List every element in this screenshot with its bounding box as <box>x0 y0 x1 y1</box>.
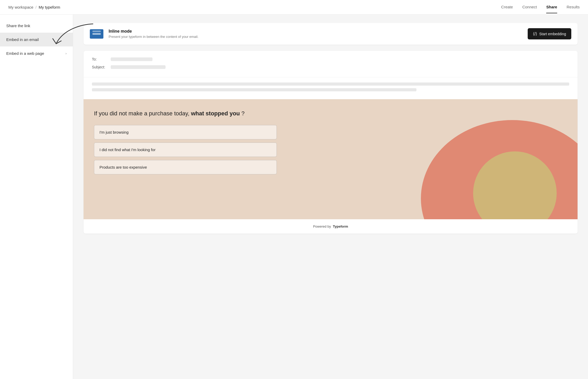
nav-create[interactable]: Create <box>501 5 513 10</box>
start-embedding-button[interactable]: ⟨/⟩ Start embedding <box>528 28 571 39</box>
nav-share[interactable]: Share <box>546 5 557 13</box>
breadcrumb-separator: / <box>36 5 37 9</box>
tf-option-3-label: Products are too expensive <box>99 165 147 169</box>
code-icon: ⟨/⟩ <box>533 31 537 36</box>
sidebar-item-share-link[interactable]: Share the link <box>0 19 73 33</box>
email-subject-label: Subject: <box>92 65 108 69</box>
email-body <box>84 77 578 99</box>
nav-connect[interactable]: Connect <box>522 5 537 10</box>
mode-icon-inner <box>92 33 101 35</box>
email-to-value <box>111 57 152 61</box>
typeform-preview: If you did not make a purchase today, wh… <box>84 99 578 219</box>
typeform-question: If you did not make a purchase today, wh… <box>94 110 251 118</box>
powered-brand: Typeform <box>333 224 348 228</box>
email-preview: To: Subject: If you did not make a purch <box>84 51 578 234</box>
breadcrumb: My workspace / My typeform <box>8 5 501 9</box>
email-subject-value <box>111 65 166 69</box>
tf-option-2[interactable]: I did not find what I'm looking for <box>94 143 277 157</box>
email-body-line-1 <box>92 82 569 86</box>
top-nav: My workspace / My typeform Create Connec… <box>0 0 588 15</box>
question-suffix: ? <box>242 110 245 117</box>
powered-by-bar: Powered by Typeform <box>84 219 578 234</box>
email-fields: To: Subject: <box>84 51 578 77</box>
mode-info: Inline mode Present your typeform in bet… <box>109 29 522 39</box>
nav-results[interactable]: Results <box>567 5 580 10</box>
question-bold: what stopped you <box>191 110 240 117</box>
mode-title: Inline mode <box>109 29 522 34</box>
sidebar-item-embed-email[interactable]: Embed in an email <box>0 33 73 46</box>
sidebar-item-embed-web[interactable]: Embed in a web page › <box>0 46 73 60</box>
tf-option-1-label: I'm just browsing <box>99 130 128 134</box>
tf-option-3[interactable]: Products are too expensive <box>94 160 277 174</box>
email-to-row: To: <box>92 57 569 61</box>
sidebar-item-embed-email-label: Embed in an email <box>6 37 39 42</box>
mode-description: Present your typeform in between the con… <box>109 35 522 39</box>
breadcrumb-current: My typeform <box>39 5 60 9</box>
tf-option-1[interactable]: I'm just browsing <box>94 125 277 139</box>
inline-mode-icon <box>90 29 103 39</box>
mode-card: Inline mode Present your typeform in bet… <box>84 23 578 45</box>
chevron-right-icon: › <box>66 51 67 55</box>
email-to-label: To: <box>92 57 108 61</box>
sidebar: Share the link Embed in an email Embed i… <box>0 15 73 379</box>
email-subject-row: Subject: <box>92 65 569 69</box>
nav-links: Create Connect Share Results <box>501 5 580 10</box>
start-embedding-label: Start embedding <box>539 32 566 36</box>
powered-by-text: Powered by <box>313 224 331 228</box>
breadcrumb-workspace[interactable]: My workspace <box>8 5 33 9</box>
email-body-line-2 <box>92 88 416 91</box>
main-layout: Share the link Embed in an email Embed i… <box>0 15 588 379</box>
tf-option-2-label: I did not find what I'm looking for <box>99 147 156 152</box>
sidebar-item-embed-web-label: Embed in a web page <box>6 51 44 56</box>
content-area: Inline mode Present your typeform in bet… <box>73 15 588 379</box>
question-prefix: If you did not make a purchase today, <box>94 110 189 117</box>
sidebar-item-share-link-label: Share the link <box>6 23 30 28</box>
